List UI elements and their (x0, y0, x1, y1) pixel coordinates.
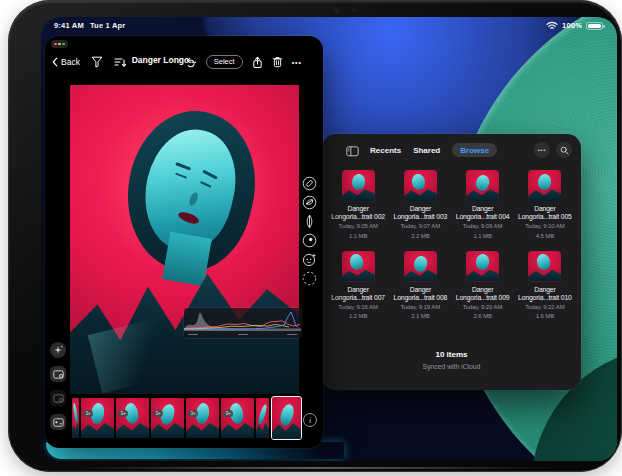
wifi-icon (546, 21, 558, 30)
subject-lips (177, 210, 201, 226)
file-thumbnail (342, 170, 375, 201)
file-item[interactable]: Danger Longoria...trait 009 Today, 9:20 … (452, 251, 514, 322)
file-thumbnail (466, 251, 499, 282)
tab-shared[interactable]: Shared (413, 143, 440, 157)
file-thumbnail (528, 170, 561, 201)
tab-recents[interactable]: Recents (370, 143, 401, 157)
files-footer: 10 items Synced with iCloud (322, 350, 581, 370)
filmstrip-thumbnail[interactable] (256, 398, 269, 438)
minimize-window-dot[interactable] (58, 43, 61, 46)
status-time: 9:41 AM (54, 21, 84, 30)
levels-button[interactable] (50, 414, 66, 430)
more-options-button[interactable]: ••• (292, 59, 302, 66)
filmstrip: 3+ 3+ 3+ 3+ 3+ (72, 398, 269, 438)
file-thumbnail (404, 170, 437, 201)
photo-editor-window: Back Danger Longo... (45, 36, 323, 448)
item-count: 10 items (322, 350, 581, 359)
tab-browse[interactable]: Browse (452, 143, 497, 157)
file-item[interactable]: Danger Longoria...trait 007 Today, 9:16 … (327, 251, 389, 322)
sync-status: Synced with iCloud (322, 363, 581, 370)
file-item[interactable]: Danger Longoria...trait 005 Today, 9:10 … (514, 170, 576, 241)
file-item[interactable]: Danger Longoria...trait 003 Today, 9:07 … (389, 170, 451, 241)
burst-badge: 3+ (153, 401, 163, 419)
back-label: Back (61, 57, 80, 67)
status-date: Tue 1 Apr (90, 21, 126, 30)
battery-percent: 100% (562, 21, 582, 30)
adjust-tool-icon[interactable] (302, 214, 317, 229)
trash-button[interactable] (272, 56, 283, 68)
filter-button[interactable] (91, 56, 103, 68)
select-button[interactable]: Select (206, 55, 243, 69)
files-grid: Danger Longoria...trait 002 Today, 9:05 … (327, 170, 576, 321)
file-thumbnail (342, 251, 375, 282)
auto-enhance-button[interactable] (50, 342, 66, 358)
device-edge-glint (78, 467, 552, 469)
search-button[interactable] (556, 142, 572, 158)
export-button[interactable] (50, 366, 66, 382)
filmstrip-thumbnail[interactable]: 3+ (81, 398, 114, 438)
zoom-window-dot[interactable] (62, 43, 65, 46)
files-browser-window: Recents Shared Browse ••• Danger (322, 134, 581, 390)
histogram-axis-marks (188, 334, 297, 336)
filmstrip-thumbnail-selected[interactable] (271, 396, 302, 440)
file-item[interactable]: Danger Longoria...trait 002 Today, 9:05 … (327, 170, 389, 241)
back-button[interactable]: Back (52, 57, 80, 67)
copy-edits-button[interactable] (50, 390, 66, 406)
files-tabs: Recents Shared Browse (370, 143, 497, 157)
status-bar: 9:41 AM Tue 1 Apr 100% (41, 20, 617, 32)
front-camera (334, 8, 339, 13)
file-thumbnail (466, 170, 499, 201)
burst-badge: 3+ (83, 401, 93, 419)
corner-tools-rail (50, 342, 66, 430)
editing-tools-rail (302, 176, 318, 286)
filmstrip-thumbnail[interactable]: 3+ (151, 398, 184, 438)
ipad-screen: 9:41 AM Tue 1 Apr 100% (41, 17, 617, 461)
histogram-panel (184, 308, 301, 338)
sort-button[interactable] (114, 57, 127, 68)
photo-canvas[interactable] (70, 85, 299, 394)
file-thumbnail (528, 251, 561, 282)
close-window-dot[interactable] (54, 43, 57, 46)
file-thumbnail (404, 251, 437, 282)
editor-toolbar: Back Danger Longo... (45, 51, 323, 73)
chevron-left-icon (52, 57, 58, 67)
burst-badge: 3+ (223, 401, 233, 419)
repair-tool-icon[interactable] (302, 176, 317, 191)
burst-badge: 3+ (188, 401, 198, 419)
screenshot: 9:41 AM Tue 1 Apr 100% (0, 0, 622, 476)
volume-up-button (12, 100, 16, 126)
filmstrip-thumbnail[interactable]: 3+ (221, 398, 254, 438)
file-item[interactable]: Danger Longoria...trait 008 Today, 9:19 … (389, 251, 451, 322)
file-item[interactable]: Danger Longoria...trait 004 Today, 9:09 … (452, 170, 514, 241)
sidebar-toggle-button[interactable] (346, 146, 359, 157)
file-item[interactable]: Danger Longoria...trait 010 Today, 9:22 … (514, 251, 576, 322)
filmstrip-thumbnail[interactable]: 3+ (186, 398, 219, 438)
files-header: Recents Shared Browse ••• (322, 142, 581, 164)
files-more-button[interactable]: ••• (534, 142, 550, 158)
subject-neck (162, 232, 212, 287)
battery-icon (586, 22, 603, 30)
retouch-tool-icon[interactable] (302, 252, 317, 267)
camera-sensor (352, 9, 355, 12)
heal-tool-icon[interactable] (302, 233, 317, 248)
volume-down-button (12, 136, 16, 170)
filters-tool-icon[interactable] (302, 195, 317, 210)
info-button[interactable]: i (303, 413, 317, 427)
filmstrip-thumbnail[interactable] (72, 398, 79, 438)
burst-badge: 3+ (118, 401, 128, 419)
select-subject-tool-icon[interactable] (302, 271, 317, 286)
ipad-device-frame: 9:41 AM Tue 1 Apr 100% (8, 0, 622, 472)
share-button[interactable] (252, 56, 263, 69)
window-controls[interactable] (51, 40, 68, 48)
filmstrip-thumbnail[interactable]: 3+ (116, 398, 149, 438)
undo-button[interactable] (185, 57, 197, 68)
